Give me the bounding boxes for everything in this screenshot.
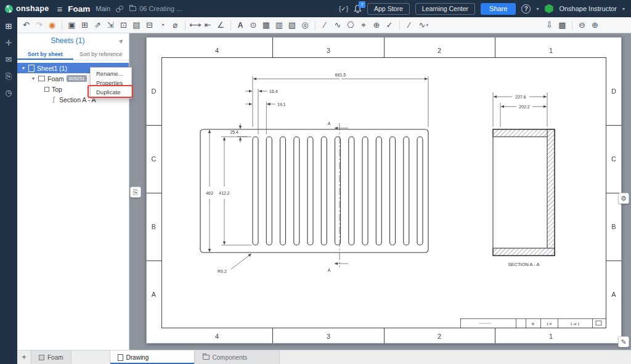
notification-badge: 7 (359, 1, 365, 8)
duplicate-highlight-annotation (88, 85, 133, 98)
dim-slot-height[interactable]: 412.2 (219, 191, 230, 195)
top-view-label: Top (52, 86, 62, 93)
auxiliary-view-icon[interactable]: ⇗ (91, 18, 104, 33)
menu-item-rename[interactable]: Rename... (91, 69, 131, 78)
clipboard-icon[interactable]: ⎘ (6, 72, 12, 81)
tab-drawing-label: Drawing (126, 354, 149, 361)
inspect-icon[interactable]: ⊙ (247, 18, 260, 33)
balloon-icon[interactable]: ◎ (299, 18, 312, 33)
part-number-badge: 309251 (67, 75, 87, 82)
sheets-panel-header: Sheets (1) ➤ (17, 33, 129, 48)
title-block-sheet: 1 of 1 (570, 322, 580, 326)
tab-sort-by-sheet[interactable]: Sort by sheet (17, 48, 73, 60)
insert-view-icon[interactable]: ▣ (65, 18, 78, 33)
center-mark-icon[interactable]: ⌖ (357, 18, 370, 33)
dim-section-width[interactable]: 227.6 (515, 95, 526, 99)
zone-label: C (152, 155, 157, 163)
line-icon[interactable]: ∕ (403, 18, 416, 33)
account-name[interactable]: Onshape Instructor (559, 5, 617, 12)
add-tab-button[interactable]: + (17, 350, 31, 364)
onshape-logo[interactable]: onshape (5, 4, 49, 13)
toolbar-separator (399, 20, 400, 30)
table-icon[interactable]: ▦ (260, 18, 273, 33)
dim-section-inner[interactable]: 202.2 (519, 105, 530, 109)
drawing-canvas[interactable]: 4 3 2 1 4 3 2 1 D C B A D C B A (129, 33, 631, 350)
insert-image-icon[interactable]: ▩ (556, 18, 569, 33)
tab-sort-by-reference[interactable]: Sort by reference (73, 48, 129, 60)
dim-radius[interactable]: R9.2 (218, 269, 227, 273)
sketch-icon[interactable]: ◉ (46, 18, 59, 33)
sheets-flyout-button[interactable]: ⎘ (130, 187, 141, 198)
ordinate-dimension-icon[interactable]: ⇤ (202, 18, 214, 33)
check-icon[interactable]: ✓ (383, 18, 396, 33)
tangent-circle-icon[interactable]: ⊕ (370, 18, 383, 33)
dim-top-offset[interactable]: 25.4 (230, 130, 238, 134)
app-store-button[interactable]: App Store (367, 3, 410, 15)
panels-icon[interactable]: ⊞ (6, 22, 12, 31)
sheet-icon (28, 65, 35, 72)
folder-breadcrumb[interactable]: 06 Creating ... (129, 5, 182, 12)
centerline-icon[interactable]: ∕ (319, 18, 332, 33)
bom-table-icon[interactable]: ▧ (286, 18, 299, 33)
sheets-panel-title: Sheets (1) (17, 36, 118, 45)
section-marker-bottom: A (328, 268, 331, 272)
drawing-toolbar: ↶ ↷ ◉ ▣ ⊞ ⇗ ⇲ ⊡ ▤ ⊟ ◔ ⌀ ⟷ ▾ ⇤ ∠ A ⊙ ▦ ▥ … (17, 17, 631, 33)
expand-caret-icon[interactable]: ▾ (21, 65, 26, 71)
show-hidden-lines-icon[interactable]: ⌀ (169, 18, 182, 33)
curve-centerline-icon[interactable]: ∿ (332, 18, 344, 33)
comments-icon[interactable]: ✉ (6, 55, 12, 64)
projected-view-icon[interactable]: ⊞ (78, 18, 91, 33)
edit-sheet-button[interactable]: ✎ (618, 336, 629, 347)
detail-view-icon[interactable]: ⊡ (117, 18, 130, 33)
dim-offset[interactable]: 16.4 (269, 89, 278, 94)
avatar[interactable] (544, 4, 553, 14)
zoom-in-icon[interactable]: ⊕ (588, 18, 601, 33)
hole-table-icon[interactable]: ▥ (273, 18, 286, 33)
zoom-out-icon[interactable]: ⊖ (576, 18, 588, 33)
tools-flyout-button[interactable]: ⚙ (618, 193, 629, 204)
note-icon[interactable]: A (234, 18, 247, 33)
account-caret-icon: ▾ (622, 6, 625, 12)
zone-label: B (611, 223, 616, 230)
section-view-icon[interactable]: ⇲ (104, 18, 117, 33)
dim-overall-width[interactable]: 661.5 (335, 73, 346, 77)
polygon-icon[interactable]: ⎔ (344, 18, 357, 33)
tab-components[interactable]: Components (195, 350, 280, 364)
spline-caret-icon[interactable]: ▾ (426, 23, 429, 28)
onshape-logo-text: onshape (16, 4, 49, 13)
workspace-label[interactable]: Main (96, 5, 110, 12)
tab-foam[interactable]: Foam (31, 350, 71, 364)
link-icon[interactable] (116, 5, 124, 13)
redo-icon[interactable]: ↷ (33, 18, 46, 33)
follow-mode-icon[interactable]: ✛ (6, 39, 12, 47)
toolbar-separator (572, 20, 572, 30)
learning-center-button[interactable]: Learning Center (415, 3, 475, 15)
angular-dimension-icon[interactable]: ∠ (214, 18, 227, 33)
tab-foam-label: Foam (47, 354, 63, 361)
history-icon[interactable]: ◷ (5, 89, 12, 97)
notifications-button[interactable]: 7 (354, 4, 362, 13)
export-icon[interactable]: ⇩ (543, 18, 556, 33)
document-title[interactable]: Foam (68, 4, 90, 14)
dim-pitch[interactable]: 19.1 (277, 102, 286, 107)
crop-view-icon[interactable]: ▤ (130, 18, 143, 33)
top-bar: onshape ≡ Foam Main 06 Creating ... {✓} … (0, 0, 631, 17)
zone-label: 3 (327, 47, 330, 54)
toolbar-separator (62, 20, 62, 30)
sheet1-label: Sheet1 (1) (37, 65, 67, 72)
zone-label: B (152, 223, 156, 230)
featurescript-icon[interactable]: {✓} (339, 6, 348, 12)
title-block-size: B (532, 322, 534, 326)
main-menu-icon[interactable]: ≡ (57, 4, 63, 14)
broken-view-icon[interactable]: ⊟ (143, 18, 156, 33)
expand-caret-icon[interactable]: ▾ (31, 76, 36, 81)
share-button[interactable]: Share (481, 3, 516, 15)
onshape-logo-icon (5, 5, 13, 13)
dim-height[interactable]: 463 (206, 191, 213, 195)
zone-label: A (152, 291, 157, 298)
break-out-section-icon[interactable]: ◔ (156, 18, 169, 33)
help-button[interactable]: ? (521, 4, 531, 14)
drawing-sheet[interactable]: 4 3 2 1 4 3 2 1 D C B A D C B A (146, 37, 622, 344)
undo-icon[interactable]: ↶ (20, 18, 33, 33)
tab-drawing[interactable]: Drawing (110, 350, 195, 364)
